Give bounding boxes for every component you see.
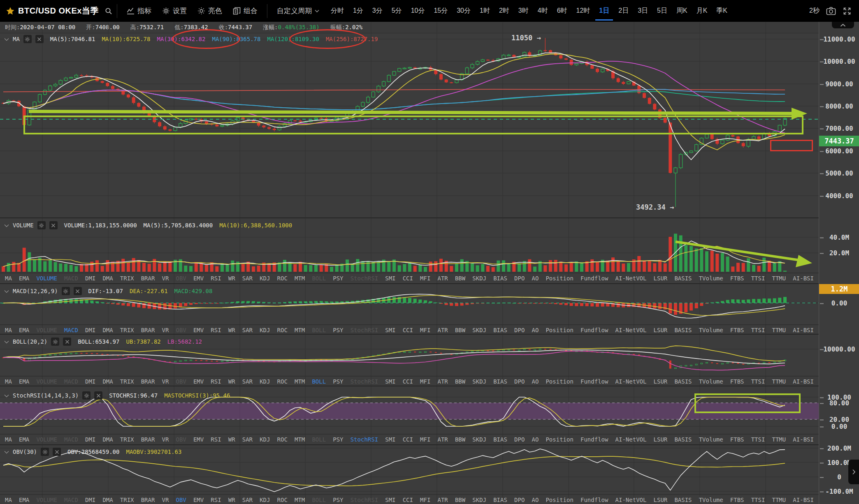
tab-TVolume[interactable]: TVolume <box>699 327 723 333</box>
tab-TTMU[interactable]: TTMU <box>772 497 786 503</box>
tab-SKDJ[interactable]: SKDJ <box>472 436 486 443</box>
tab-TVolume[interactable]: TVolume <box>699 497 723 503</box>
tab-StochRSI[interactable]: StochRSI <box>351 436 378 443</box>
tab-BIAS[interactable]: BIAS <box>493 378 507 385</box>
tab-SKDJ[interactable]: SKDJ <box>472 378 486 385</box>
tab-VOLUME[interactable]: VOLUME <box>36 436 57 443</box>
timeframe-4时[interactable]: 4时 <box>534 1 552 21</box>
tab-BBW[interactable]: BBW <box>455 378 465 385</box>
tab-AI-BSI[interactable]: AI-BSI <box>793 327 814 333</box>
tab-ROC[interactable]: ROC <box>277 275 288 282</box>
tab-CCI[interactable]: CCI <box>403 378 413 385</box>
tab-FTBS[interactable]: FTBS <box>730 497 744 503</box>
tab-FTBS[interactable]: FTBS <box>730 436 744 443</box>
tab-RSI[interactable]: RSI <box>211 436 221 443</box>
tab-BOLL[interactable]: BOLL <box>312 327 326 333</box>
tab-SKDJ[interactable]: SKDJ <box>472 327 486 333</box>
boll-close-icon[interactable] <box>63 338 71 346</box>
tab-VR[interactable]: VR <box>162 275 169 282</box>
tab-WR[interactable]: WR <box>228 275 235 282</box>
panel-collapse-chevron-icon[interactable] <box>4 338 9 345</box>
tab-AI-BSI[interactable]: AI-BSI <box>793 436 814 443</box>
tab-AI-NetVOL[interactable]: AI-NetVOL <box>615 436 647 443</box>
stochrsi-close-icon[interactable] <box>94 391 102 400</box>
tab-ATR[interactable]: ATR <box>438 436 448 443</box>
tab-DMI[interactable]: DMI <box>85 497 95 503</box>
tab-BRAR[interactable]: BRAR <box>141 327 155 333</box>
panel-collapse-chevron-icon[interactable] <box>4 392 9 399</box>
tab-ROC[interactable]: ROC <box>277 378 288 385</box>
tab-TRIX[interactable]: TRIX <box>120 327 134 333</box>
stochrsi-settings-icon[interactable] <box>82 391 91 400</box>
tab-BIAS[interactable]: BIAS <box>493 436 507 443</box>
tab-Fundflow[interactable]: Fundflow <box>580 275 608 282</box>
timeframe-3分[interactable]: 3分 <box>369 1 386 21</box>
tab-DPO[interactable]: DPO <box>514 327 525 333</box>
tab-Fundflow[interactable]: Fundflow <box>580 497 608 503</box>
favorite-star-icon[interactable] <box>6 7 15 16</box>
tab-AO[interactable]: AO <box>532 436 539 443</box>
tab-AI-BSI[interactable]: AI-BSI <box>793 275 814 282</box>
tab-MFI[interactable]: MFI <box>420 497 430 503</box>
tab-ROC[interactable]: ROC <box>277 327 288 333</box>
boll-settings-icon[interactable] <box>51 338 59 346</box>
tab-EMA[interactable]: EMA <box>19 275 29 282</box>
tab-DMA[interactable]: DMA <box>102 497 113 503</box>
tab-RSI[interactable]: RSI <box>211 275 221 282</box>
tab-BOLL[interactable]: BOLL <box>312 497 326 503</box>
tab-Fundflow[interactable]: Fundflow <box>580 378 608 385</box>
tab-OBV[interactable]: OBV <box>176 327 186 333</box>
tab-KDJ[interactable]: KDJ <box>260 275 270 282</box>
timeframe-30分[interactable]: 30分 <box>453 1 474 21</box>
tab-AO[interactable]: AO <box>532 327 539 333</box>
tab-MTM[interactable]: MTM <box>295 327 305 333</box>
tab-PSY[interactable]: PSY <box>333 327 343 333</box>
timeframe-12时[interactable]: 12时 <box>573 1 594 21</box>
tab-TTMU[interactable]: TTMU <box>772 436 786 443</box>
tab-TTSI[interactable]: TTSI <box>751 275 765 282</box>
tab-EMA[interactable]: EMA <box>19 327 29 333</box>
tab-BOLL[interactable]: BOLL <box>312 378 326 385</box>
panel-collapse-chevron-icon[interactable] <box>4 222 9 229</box>
obv-settings-icon[interactable] <box>41 448 49 456</box>
tab-MA[interactable]: MA <box>5 497 12 503</box>
tab-MACD[interactable]: MACD <box>64 436 78 443</box>
panel-collapse-chevron-icon[interactable] <box>4 288 9 294</box>
tab-Position[interactable]: Position <box>546 275 573 282</box>
tab-BOLL[interactable]: BOLL <box>312 436 326 443</box>
tab-DPO[interactable]: DPO <box>514 275 525 282</box>
timeframe-10分[interactable]: 10分 <box>407 1 429 21</box>
tab-KDJ[interactable]: KDJ <box>260 436 270 443</box>
tab-EMA[interactable]: EMA <box>19 436 29 443</box>
tab-BBW[interactable]: BBW <box>455 497 465 503</box>
timeframe-2时[interactable]: 2时 <box>495 1 513 21</box>
tab-StochRSI[interactable]: StochRSI <box>351 497 378 503</box>
tab-LSUR[interactable]: LSUR <box>654 327 668 333</box>
tab-BBW[interactable]: BBW <box>455 327 465 333</box>
light-theme-button[interactable]: 亮色 <box>192 6 228 16</box>
tab-DPO[interactable]: DPO <box>514 497 525 503</box>
tab-MA[interactable]: MA <box>5 436 12 443</box>
tab-OBV[interactable]: OBV <box>176 378 186 385</box>
volume-settings-icon[interactable] <box>37 221 46 229</box>
tab-PSY[interactable]: PSY <box>333 436 343 443</box>
timeframe-6时[interactable]: 6时 <box>553 1 571 21</box>
tab-VR[interactable]: VR <box>162 436 169 443</box>
tab-StochRSI[interactable]: StochRSI <box>351 327 378 333</box>
tab-MACD[interactable]: MACD <box>64 497 78 503</box>
tab-WR[interactable]: WR <box>228 436 235 443</box>
expand-side-button[interactable] <box>848 460 859 484</box>
tab-MFI[interactable]: MFI <box>420 275 430 282</box>
tab-ATR[interactable]: ATR <box>438 275 448 282</box>
tab-EMV[interactable]: EMV <box>193 378 204 385</box>
tab-VOLUME[interactable]: VOLUME <box>36 497 57 503</box>
tab-TVolume[interactable]: TVolume <box>699 436 723 443</box>
tab-MTM[interactable]: MTM <box>295 275 305 282</box>
tab-DMI[interactable]: DMI <box>85 327 95 333</box>
tab-DMA[interactable]: DMA <box>102 436 113 443</box>
tab-MACD[interactable]: MACD <box>64 275 78 282</box>
tab-MFI[interactable]: MFI <box>420 378 430 385</box>
tab-BBW[interactable]: BBW <box>455 436 465 443</box>
tab-FTBS[interactable]: FTBS <box>730 378 744 385</box>
tab-SMI[interactable]: SMI <box>385 275 395 282</box>
